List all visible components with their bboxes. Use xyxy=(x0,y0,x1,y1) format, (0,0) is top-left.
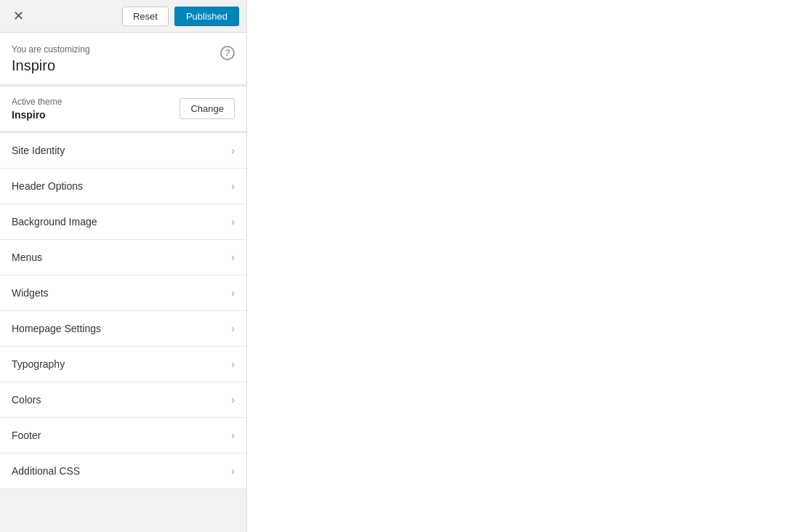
chevron-right-icon: › xyxy=(231,217,235,227)
help-icon[interactable]: ? xyxy=(220,46,235,60)
menu-item-homepage-settings[interactable]: Homepage Settings› xyxy=(0,311,246,347)
customizing-header: You are customizing Inspiro ? xyxy=(12,44,235,74)
chevron-right-icon: › xyxy=(231,252,235,262)
customizing-label: You are customizing xyxy=(12,44,90,55)
change-theme-button[interactable]: Change xyxy=(180,98,235,119)
menu-item-label-header-options: Header Options xyxy=(12,180,83,192)
publish-button[interactable]: Published xyxy=(174,7,239,26)
menu-item-footer[interactable]: Footer› xyxy=(0,418,246,454)
menu-item-colors[interactable]: Colors› xyxy=(0,382,246,418)
menu-item-label-widgets: Widgets xyxy=(12,287,49,299)
menu-item-label-homepage-settings: Homepage Settings xyxy=(12,323,101,334)
menu-item-label-menus: Menus xyxy=(12,251,42,263)
customizing-section: You are customizing Inspiro ? xyxy=(0,33,246,86)
menu-list: Site Identity›Header Options›Background … xyxy=(0,133,246,532)
menu-item-label-additional-css: Additional CSS xyxy=(12,465,80,477)
top-bar: ✕ Reset Published xyxy=(0,0,246,33)
chevron-right-icon: › xyxy=(231,466,235,476)
customizing-info: You are customizing Inspiro xyxy=(12,44,90,74)
active-theme-label: Active theme xyxy=(12,97,62,107)
customizing-theme-name: Inspiro xyxy=(12,57,90,74)
chevron-right-icon: › xyxy=(231,359,235,369)
menu-item-label-background-image: Background Image xyxy=(12,216,97,227)
menu-item-label-typography: Typography xyxy=(12,358,65,370)
menu-item-label-footer: Footer xyxy=(12,430,41,441)
active-theme-name: Inspiro xyxy=(12,109,62,121)
top-bar-actions: Reset Published xyxy=(122,7,239,26)
reset-button[interactable]: Reset xyxy=(122,7,169,26)
active-theme-info: Active theme Inspiro xyxy=(12,97,62,121)
chevron-right-icon: › xyxy=(231,181,235,191)
menu-item-site-identity[interactable]: Site Identity› xyxy=(0,133,246,169)
close-button[interactable]: ✕ xyxy=(7,7,30,25)
main-content xyxy=(247,0,798,532)
chevron-right-icon: › xyxy=(231,395,235,405)
chevron-right-icon: › xyxy=(231,323,235,334)
menu-item-label-site-identity: Site Identity xyxy=(12,145,65,156)
chevron-right-icon: › xyxy=(231,430,235,440)
active-theme-section: Active theme Inspiro Change xyxy=(0,86,246,133)
menu-item-header-options[interactable]: Header Options› xyxy=(0,169,246,204)
menu-item-widgets[interactable]: Widgets› xyxy=(0,275,246,311)
chevron-right-icon: › xyxy=(231,288,235,298)
menu-item-typography[interactable]: Typography› xyxy=(0,347,246,382)
menu-item-additional-css[interactable]: Additional CSS› xyxy=(0,454,246,489)
chevron-right-icon: › xyxy=(231,145,235,156)
menu-item-background-image[interactable]: Background Image› xyxy=(0,204,246,240)
customizer-sidebar: ✕ Reset Published You are customizing In… xyxy=(0,0,247,532)
menu-item-label-colors: Colors xyxy=(12,394,41,406)
menu-item-menus[interactable]: Menus› xyxy=(0,240,246,275)
